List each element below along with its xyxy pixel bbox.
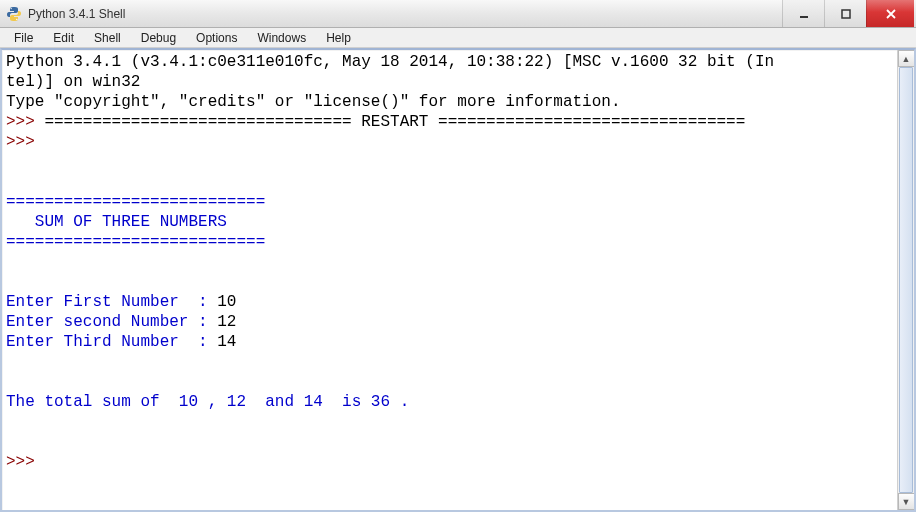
titlebar[interactable]: Python 3.4.1 Shell <box>0 0 916 28</box>
prompt-3: Enter Third Number : <box>6 333 217 351</box>
prompt: >>> <box>6 113 44 131</box>
menu-debug[interactable]: Debug <box>131 29 186 47</box>
result-line: The total sum of 10 , 12 and 14 is 36 . <box>6 393 409 411</box>
console-output[interactable]: Python 3.4.1 (v3.4.1:c0e311e010fc, May 1… <box>2 50 897 510</box>
svg-rect-3 <box>842 10 850 18</box>
window-controls <box>782 0 914 27</box>
python-icon <box>6 6 22 22</box>
input-2: 12 <box>217 313 236 331</box>
svg-point-0 <box>11 7 12 8</box>
prompt-1: Enter First Number : <box>6 293 217 311</box>
menu-file[interactable]: File <box>4 29 43 47</box>
menu-shell[interactable]: Shell <box>84 29 131 47</box>
banner-line-2: tel)] on win32 <box>6 73 140 91</box>
heading: SUM OF THREE NUMBERS <box>6 213 227 231</box>
input-3: 14 <box>217 333 236 351</box>
maximize-button[interactable] <box>824 0 866 27</box>
prompt-2: Enter second Number : <box>6 313 217 331</box>
svg-point-1 <box>16 18 17 19</box>
prompt: >>> <box>6 133 44 151</box>
scroll-thumb[interactable] <box>899 67 913 493</box>
separator: =========================== <box>6 233 265 251</box>
scroll-up-button[interactable]: ▲ <box>898 50 915 67</box>
menu-help[interactable]: Help <box>316 29 361 47</box>
menu-options[interactable]: Options <box>186 29 247 47</box>
console-frame: Python 3.4.1 (v3.4.1:c0e311e010fc, May 1… <box>0 48 916 512</box>
menubar: File Edit Shell Debug Options Windows He… <box>0 28 916 48</box>
prompt: >>> <box>6 453 44 471</box>
minimize-button[interactable] <box>782 0 824 27</box>
menu-edit[interactable]: Edit <box>43 29 84 47</box>
separator: =========================== <box>6 193 265 211</box>
window-title: Python 3.4.1 Shell <box>28 7 782 21</box>
scroll-track[interactable] <box>898 67 914 493</box>
banner-line-1: Python 3.4.1 (v3.4.1:c0e311e010fc, May 1… <box>6 53 774 71</box>
restart-line: ================================ RESTART… <box>44 113 745 131</box>
input-1: 10 <box>217 293 236 311</box>
close-button[interactable] <box>866 0 914 27</box>
scroll-down-button[interactable]: ▼ <box>898 493 915 510</box>
svg-rect-2 <box>800 16 808 18</box>
banner-line-3: Type "copyright", "credits" or "license(… <box>6 93 621 111</box>
scrollbar[interactable]: ▲ ▼ <box>897 50 914 510</box>
menu-windows[interactable]: Windows <box>247 29 316 47</box>
